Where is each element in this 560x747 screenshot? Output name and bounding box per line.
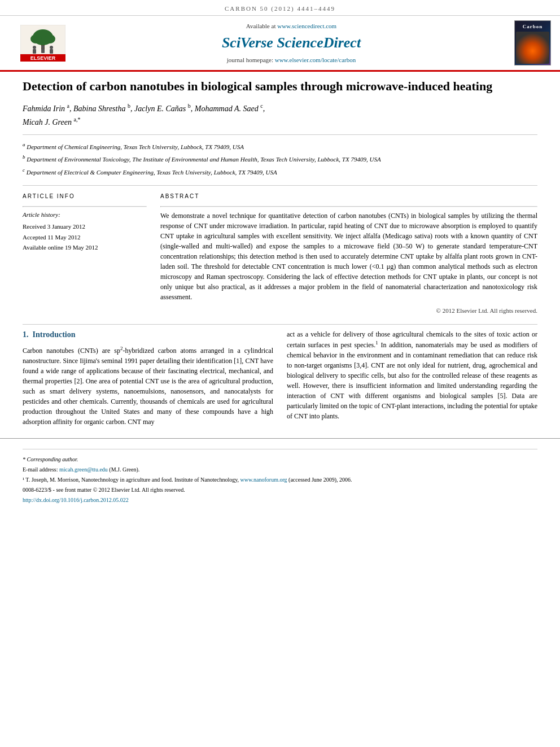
- article-info-abstract: ARTICLE INFO Article history: Received 3…: [23, 193, 537, 315]
- journal-homepage: journal homepage: www.elsevier.com/locat…: [82, 56, 500, 64]
- svg-point-9: [50, 46, 53, 49]
- body-col-left: 1. Introduction Carbon nanotubes (CNTs) …: [23, 329, 273, 427]
- svg-text:ELSEVIER: ELSEVIER: [30, 55, 56, 61]
- nanoforum-link[interactable]: www.nanoforum.org: [240, 477, 287, 483]
- footer: * Corresponding author. E-mail address: …: [0, 438, 560, 512]
- section1-text-left: Carbon nanotubes (CNTs) are sp2-hybridiz…: [23, 345, 273, 427]
- journal-citation: CARBON 50 (2012) 4441–4449: [225, 5, 335, 12]
- abstract-divider: [23, 185, 537, 186]
- authors: Fahmida Irin a, Babina Shrestha b, Jacly…: [23, 102, 537, 129]
- body-section: 1. Introduction Carbon nanotubes (CNTs) …: [23, 324, 537, 427]
- svg-rect-6: [33, 49, 36, 54]
- sciencedirect-url[interactable]: www.sciencedirect.com: [277, 23, 336, 29]
- top-bar: CARBON 50 (2012) 4441–4449: [0, 0, 560, 16]
- journal-url[interactable]: www.elsevier.com/locate/carbon: [275, 56, 356, 63]
- abstract-label: ABSTRACT: [160, 193, 537, 200]
- affiliation-c: c Department of Electrical & Computer En…: [23, 166, 537, 177]
- footer-divider: [23, 449, 537, 449]
- header: ELSEVIER Available at www.sciencedirect.…: [0, 16, 560, 72]
- pii-note: 0008-6223/$ - see front matter © 2012 El…: [23, 486, 537, 494]
- sciverse-title: SciVerse ScienceDirect: [82, 33, 500, 53]
- svg-rect-10: [50, 49, 53, 54]
- email-link[interactable]: micah.green@ttu.edu: [59, 466, 108, 473]
- available-online-date: Available online 19 May 2012: [23, 243, 147, 252]
- corresponding-author-note: * Corresponding author.: [23, 455, 537, 464]
- affiliation-b: b Department of Environmental Toxicology…: [23, 153, 537, 164]
- section1-title: 1. Introduction: [23, 329, 273, 340]
- article-info-label: ARTICLE INFO: [23, 193, 147, 200]
- affiliations: a Department of Chemical Engineering, Te…: [23, 141, 537, 177]
- carbon-journal-cover: Carbon: [514, 20, 551, 65]
- authors-text: Fahmida Irin a, Babina Shrestha b, Jacly…: [23, 104, 265, 126]
- article-history-title: Article history:: [23, 211, 147, 219]
- carbon-cover-image: [516, 32, 549, 64]
- page: CARBON 50 (2012) 4441–4449: [0, 0, 560, 747]
- abstract-column: ABSTRACT We demonstrate a novel techniqu…: [160, 193, 537, 315]
- svg-point-3: [30, 34, 42, 43]
- abstract-text: We demonstrate a novel technique for qua…: [160, 211, 537, 302]
- main-content: Detection of carbon nanotubes in biologi…: [0, 72, 560, 432]
- article-info-column: ARTICLE INFO Article history: Received 3…: [23, 193, 147, 315]
- svg-point-4: [44, 34, 55, 43]
- section1-text-right: act as a vehicle for delivery of those a…: [287, 329, 537, 421]
- carbon-cover-area: Carbon: [506, 20, 551, 65]
- elsevier-logo-area: ELSEVIER: [9, 25, 77, 62]
- email-note: E-mail address: micah.green@ttu.edu (M.J…: [23, 465, 537, 474]
- carbon-cover-title: Carbon: [523, 23, 543, 30]
- available-at-text: Available at www.sciencedirect.com: [82, 22, 500, 30]
- doi-link[interactable]: http://dx.doi.org/10.1016/j.carbon.2012.…: [23, 497, 129, 503]
- svg-point-5: [33, 46, 36, 49]
- copyright: © 2012 Elsevier Ltd. All rights reserved…: [160, 307, 537, 315]
- article-info-line: [23, 206, 147, 207]
- footnote1: ¹ T. Joseph, M. Morrison, Nanotechnology…: [23, 475, 537, 484]
- affiliation-a: a Department of Chemical Engineering, Te…: [23, 141, 537, 152]
- svg-point-7: [41, 45, 45, 49]
- body-col-right: act as a vehicle for delivery of those a…: [287, 329, 537, 427]
- doi-note: http://dx.doi.org/10.1016/j.carbon.2012.…: [23, 496, 537, 504]
- affiliations-divider: [23, 134, 537, 135]
- received-date: Received 3 January 2012: [23, 222, 147, 231]
- sciencedirect-header: Available at www.sciencedirect.com SciVe…: [77, 22, 506, 64]
- accepted-date: Accepted 11 May 2012: [23, 233, 147, 242]
- article-title: Detection of carbon nanotubes in biologi…: [23, 78, 537, 95]
- svg-rect-8: [41, 49, 45, 53]
- elsevier-tree-icon: ELSEVIER: [20, 25, 65, 62]
- abstract-line: [160, 206, 537, 207]
